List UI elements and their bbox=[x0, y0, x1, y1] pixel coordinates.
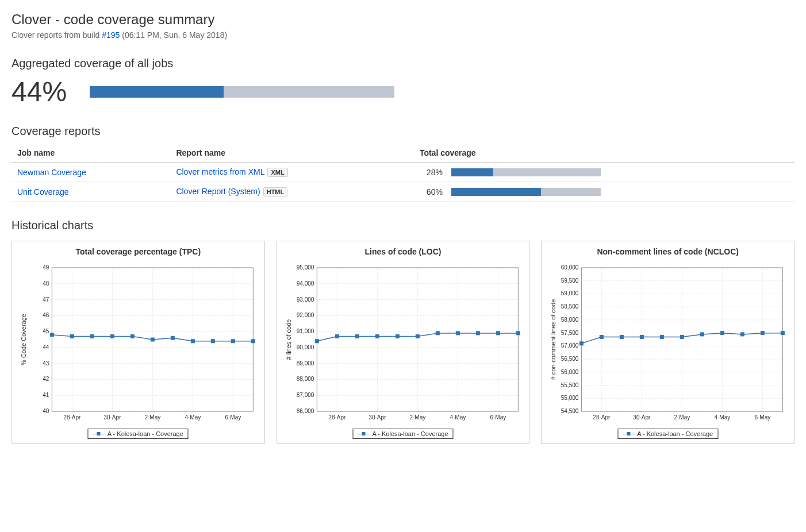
chart-box: Total coverage percentage (TPC) 40414243… bbox=[11, 241, 265, 444]
aggregated-bar bbox=[90, 86, 394, 98]
chart-legend: A - Kolesa-loan - Coverage bbox=[617, 429, 718, 439]
svg-text:55,000: 55,000 bbox=[561, 395, 579, 401]
svg-rect-40 bbox=[211, 340, 214, 343]
aggregated-percent: 44% bbox=[11, 76, 67, 107]
svg-rect-85 bbox=[516, 331, 520, 335]
coverage-bar-fill bbox=[451, 168, 493, 176]
svg-text:93,000: 93,000 bbox=[296, 296, 314, 303]
svg-text:28-Apr: 28-Apr bbox=[63, 414, 81, 421]
svg-text:92,000: 92,000 bbox=[296, 312, 314, 318]
svg-rect-42 bbox=[251, 340, 255, 343]
chart-legend: A - Kolesa-loan - Coverage bbox=[352, 429, 453, 439]
svg-text:91,000: 91,000 bbox=[296, 328, 314, 334]
format-tag: XML bbox=[267, 168, 287, 177]
report-cell: Clover Report (System)HTML bbox=[170, 182, 413, 202]
svg-text:57,000: 57,000 bbox=[561, 342, 579, 349]
charts-row: Total coverage percentage (TPC) 40414243… bbox=[11, 241, 795, 444]
page-subtitle: Clover reports from build #195 (06:11 PM… bbox=[11, 30, 795, 40]
svg-text:89,000: 89,000 bbox=[296, 360, 314, 367]
svg-text:46: 46 bbox=[43, 312, 49, 318]
svg-rect-38 bbox=[171, 336, 174, 340]
legend-label: A - Kolesa-loan - Coverage bbox=[372, 430, 448, 437]
svg-text:58,500: 58,500 bbox=[561, 303, 579, 310]
svg-text:4-May: 4-May bbox=[185, 414, 201, 421]
svg-text:90,000: 90,000 bbox=[296, 344, 314, 350]
reports-table: Job name Report name Total coverage Newm… bbox=[11, 144, 795, 202]
svg-text:2-May: 2-May bbox=[409, 414, 425, 421]
svg-text:86,000: 86,000 bbox=[296, 408, 314, 414]
legend-marker-icon bbox=[623, 431, 634, 437]
table-row: Newman Coverage Clover metrics from XMLX… bbox=[11, 163, 795, 182]
svg-text:42: 42 bbox=[43, 376, 49, 382]
svg-text:55,500: 55,500 bbox=[561, 382, 579, 388]
svg-text:40: 40 bbox=[43, 408, 49, 414]
svg-rect-131 bbox=[761, 331, 765, 335]
svg-rect-37 bbox=[151, 338, 154, 341]
historical-heading: Historical charts bbox=[11, 219, 795, 232]
svg-text:56,500: 56,500 bbox=[561, 356, 579, 362]
coverage-pct: 28% bbox=[420, 168, 443, 177]
format-tag: HTML bbox=[263, 187, 288, 196]
svg-rect-83 bbox=[476, 331, 479, 335]
job-link[interactable]: Newman Coverage bbox=[17, 168, 86, 177]
svg-rect-127 bbox=[681, 335, 684, 338]
svg-text:60,000: 60,000 bbox=[561, 264, 579, 271]
svg-rect-128 bbox=[701, 333, 704, 336]
job-cell: Unit Coverage bbox=[11, 182, 170, 202]
legend-label: A - Kolesa-loan - Coverage bbox=[108, 430, 183, 437]
svg-text:47: 47 bbox=[43, 296, 49, 303]
col-report: Report name bbox=[170, 144, 413, 163]
svg-rect-130 bbox=[741, 333, 744, 336]
svg-rect-123 bbox=[600, 335, 604, 338]
chart-title: Total coverage percentage (TPC) bbox=[15, 247, 262, 256]
chart-title: Lines of code (LOC) bbox=[280, 247, 527, 256]
coverage-cell: 28% bbox=[414, 163, 795, 182]
chart-title: Non-comment lines of code (NCLOC) bbox=[544, 247, 791, 256]
svg-text:4-May: 4-May bbox=[450, 414, 466, 421]
svg-rect-125 bbox=[640, 335, 644, 338]
svg-text:48: 48 bbox=[43, 280, 49, 287]
col-coverage: Total coverage bbox=[414, 144, 795, 163]
svg-rect-126 bbox=[661, 335, 664, 338]
svg-text:59,000: 59,000 bbox=[561, 290, 579, 296]
svg-rect-124 bbox=[620, 335, 624, 338]
col-job: Job name bbox=[11, 144, 170, 163]
reports-heading: Coverage reports bbox=[11, 125, 795, 138]
svg-text:57,500: 57,500 bbox=[561, 330, 579, 336]
svg-rect-81 bbox=[436, 331, 439, 335]
subtitle-suffix: (06:11 PM, Sun, 6 May 2018) bbox=[120, 30, 227, 40]
chart-legend: A - Kolesa-loan - Coverage bbox=[88, 429, 189, 439]
svg-text:2-May: 2-May bbox=[674, 414, 690, 421]
chart-area: 54,50055,00055,50056,00056,50057,00057,5… bbox=[544, 262, 791, 440]
subtitle-prefix: Clover reports from build bbox=[11, 30, 102, 40]
svg-rect-33 bbox=[70, 334, 74, 338]
svg-text:49: 49 bbox=[43, 264, 49, 271]
report-link[interactable]: Clover Report (System) bbox=[176, 187, 260, 196]
svg-text:30-Apr: 30-Apr bbox=[369, 414, 386, 421]
report-link[interactable]: Clover metrics from XML bbox=[176, 167, 264, 176]
svg-text:88,000: 88,000 bbox=[296, 376, 314, 382]
svg-text:6-May: 6-May bbox=[225, 414, 241, 421]
job-cell: Newman Coverage bbox=[11, 163, 170, 182]
svg-rect-80 bbox=[416, 334, 419, 338]
svg-rect-82 bbox=[456, 331, 459, 335]
svg-text:% Code Coverage: % Code Coverage bbox=[20, 314, 27, 365]
svg-text:28-Apr: 28-Apr bbox=[328, 414, 346, 421]
svg-rect-84 bbox=[496, 331, 500, 335]
build-link[interactable]: #195 bbox=[102, 30, 120, 40]
svg-rect-122 bbox=[580, 342, 584, 345]
svg-text:58,000: 58,000 bbox=[561, 317, 579, 323]
job-link[interactable]: Unit Coverage bbox=[17, 187, 69, 196]
chart-box: Non-comment lines of code (NCLOC) 54,500… bbox=[541, 241, 795, 444]
svg-rect-36 bbox=[131, 334, 134, 338]
svg-text:54,500: 54,500 bbox=[561, 408, 579, 414]
aggregated-row: 44% bbox=[11, 76, 795, 107]
svg-rect-34 bbox=[90, 334, 94, 338]
svg-rect-75 bbox=[315, 340, 318, 343]
legend-label: A - Kolesa-loan - Coverage bbox=[637, 430, 713, 437]
svg-text:4-May: 4-May bbox=[715, 414, 731, 421]
svg-text:45: 45 bbox=[43, 328, 49, 334]
svg-rect-41 bbox=[231, 340, 235, 343]
svg-text:# con-comment lines of code: # con-comment lines of code bbox=[550, 299, 557, 380]
svg-rect-32 bbox=[50, 333, 53, 337]
